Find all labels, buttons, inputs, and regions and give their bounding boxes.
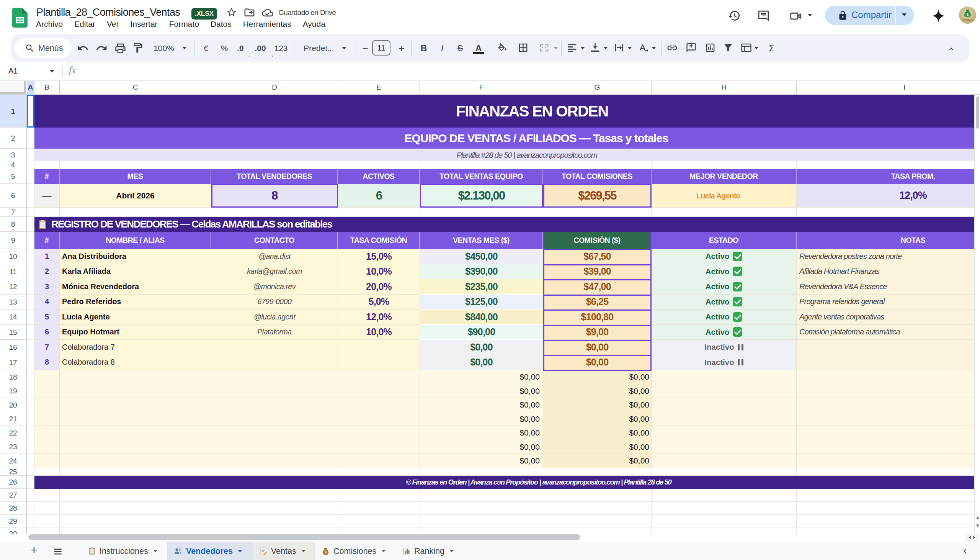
svg-text:AVANZA: AVANZA [962,18,973,21]
svg-text:$: $ [325,550,327,554]
svg-text:$: $ [967,12,969,17]
